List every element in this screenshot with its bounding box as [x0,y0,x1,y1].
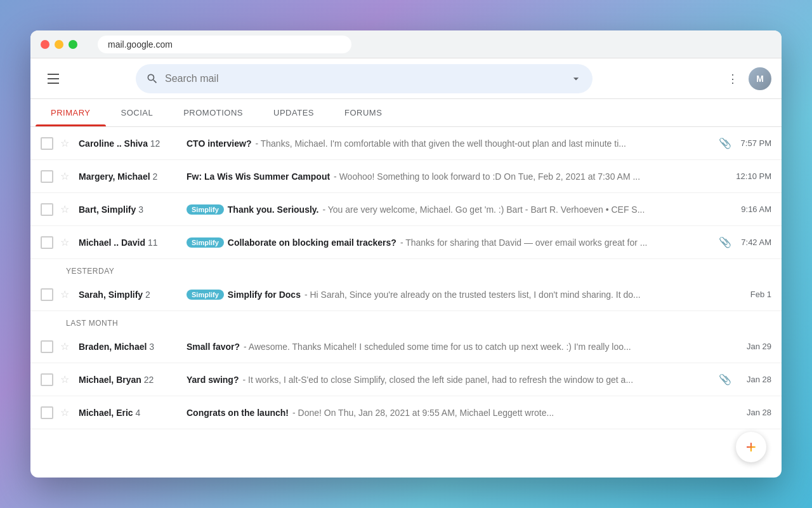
email-subject: Thank you. Seriously. [228,204,319,215]
email-subject: Yard swing? [187,375,239,385]
email-checkbox[interactable] [41,236,53,249]
traffic-lights [41,40,77,49]
tab-updates[interactable]: UPDATES [258,99,329,126]
star-icon[interactable]: ☆ [58,137,71,150]
email-subject: CTO interview? [187,138,251,149]
email-sender: Caroline .. Shiva 12 [79,138,187,149]
email-meta: 📎 7:57 PM [719,137,771,149]
email-body: Fw: La Wis Wis Summer Campout - Woohoo! … [187,171,731,182]
email-checkbox[interactable] [41,170,53,183]
email-sender: Michael, Bryan 22 [79,375,187,385]
email-time: 12:10 PM [736,171,771,181]
email-subject: Fw: La Wis Wis Summer Campout [187,171,330,182]
email-checkbox[interactable] [41,406,53,419]
search-input-wrapper [136,64,593,93]
avatar[interactable]: M [749,67,771,90]
email-row[interactable]: ☆ Caroline .. Shiva 12 CTO interview? - … [30,127,782,160]
search-icon [146,72,159,85]
email-meta: 📎 Jan 28 [719,373,771,385]
email-row[interactable]: ☆ Braden, Michael 3 Small favor? - Aweso… [30,330,782,363]
email-subject: Collaborate on blocking email trackers? [228,237,396,248]
star-icon[interactable]: ☆ [58,288,71,301]
email-time: Jan 28 [737,408,771,417]
email-checkbox[interactable] [41,288,53,301]
email-body: Yard swing? - It works, I alt-S'ed to cl… [187,375,714,385]
email-sender: Braden, Michael 3 [79,342,187,352]
email-body: Simplify Collaborate on blocking email t… [187,237,714,248]
star-icon[interactable]: ☆ [58,236,71,249]
email-sender: Sarah, Simplify 2 [79,290,187,300]
star-icon[interactable]: ☆ [58,340,71,353]
email-time: Jan 28 [737,375,771,384]
email-meta: 12:10 PM [736,171,771,181]
email-time: 7:42 AM [737,237,771,247]
email-row[interactable]: ☆ Sarah, Simplify 2 Simplify Simplify fo… [30,278,782,311]
tab-primary[interactable]: PRIMARY [36,99,106,126]
email-time: 7:57 PM [737,138,771,148]
email-row[interactable]: ☆ Michael .. David 11 Simplify Collabora… [30,226,782,259]
email-preview: - Done! On Thu, Jan 28, 2021 at 9:55 AM,… [292,408,554,418]
tab-promotions[interactable]: PROMOTIONS [168,99,258,126]
close-button[interactable] [41,40,49,49]
email-body: CTO interview? - Thanks, Michael. I'm co… [187,138,714,149]
email-preview: - Woohoo! Something to look forward to :… [334,171,640,182]
email-checkbox[interactable] [41,340,53,353]
email-preview: - You are very welcome, Michael. Go get … [322,204,645,215]
star-icon[interactable]: ☆ [58,170,71,183]
simplify-badge: Simplify [187,237,224,248]
email-row[interactable]: ☆ Michael, Eric 4 Congrats on the launch… [30,396,782,429]
email-row[interactable]: ☆ Margery, Michael 2 Fw: La Wis Wis Summ… [30,160,782,193]
compose-button[interactable]: + [736,432,766,462]
attachment-icon: 📎 [719,137,731,149]
minimize-button[interactable] [55,40,63,49]
address-bar[interactable]: mail.google.com [98,36,351,53]
simplify-badge: Simplify [187,290,224,300]
email-checkbox[interactable] [41,373,53,386]
search-dropdown-icon[interactable] [570,72,582,85]
section-label-last-month: LAST MONTH [30,311,782,330]
email-preview: - Thanks, Michael. I'm comfortable with … [255,138,626,149]
tab-social[interactable]: SOCIAL [106,99,169,126]
email-preview: - Awesome. Thanks Micahel! I scheduled s… [244,342,631,352]
attachment-icon: 📎 [719,236,731,248]
star-icon[interactable]: ☆ [58,203,71,216]
menu-button[interactable] [41,66,66,91]
email-body: Small favor? - Awesome. Thanks Micahel! … [187,342,731,352]
star-icon[interactable]: ☆ [58,373,71,386]
email-meta: 📎 7:42 AM [719,236,771,248]
email-row[interactable]: ☆ Michael, Bryan 22 Yard swing? - It wor… [30,363,782,396]
gmail-header: ⋮ M [30,58,782,99]
email-preview: - Thanks for sharing that David — over e… [400,237,648,248]
email-checkbox[interactable] [41,137,53,150]
email-body: Simplify Simplify for Docs - Hi Sarah, S… [187,290,731,300]
email-sender: Michael, Eric 4 [79,408,187,418]
avatar-image: M [749,67,771,90]
email-meta: Feb 1 [737,290,771,299]
main-content: ⋮ M PRIMARY SOCIAL PROMOTIONS UPDATES FO… [30,58,782,478]
search-bar [136,64,593,93]
email-body: Simplify Thank you. Seriously. - You are… [187,204,731,215]
email-row[interactable]: ☆ Bart, Simplify 3 Simplify Thank you. S… [30,193,782,226]
email-meta: Jan 28 [737,408,771,417]
email-preview: - Hi Sarah, Since you're already on the … [304,290,641,300]
email-checkbox[interactable] [41,203,53,216]
maximize-button[interactable] [69,40,77,49]
compose-plus-icon: + [746,438,756,456]
attachment-icon: 📎 [719,373,731,385]
search-input[interactable] [165,73,563,84]
email-body: Congrats on the launch! - Done! On Thu, … [187,408,731,418]
star-icon[interactable]: ☆ [58,406,71,419]
url-text: mail.google.com [108,39,173,50]
email-sender: Margery, Michael 2 [79,171,187,182]
more-options-icon[interactable]: ⋮ [722,67,743,91]
email-time: Feb 1 [737,290,771,299]
browser-bar: mail.google.com [30,30,782,58]
section-label-yesterday: YESTERDAY [30,259,782,278]
header-right: ⋮ M [722,67,771,91]
email-list: ☆ Caroline .. Shiva 12 CTO interview? - … [30,127,782,478]
tab-forums[interactable]: FORUMS [329,99,397,126]
email-subject: Small favor? [187,342,240,352]
email-meta: 9:16 AM [737,204,771,214]
email-preview: - It works, I alt-S'ed to close Simplify… [242,375,633,385]
email-time: 9:16 AM [737,204,771,214]
